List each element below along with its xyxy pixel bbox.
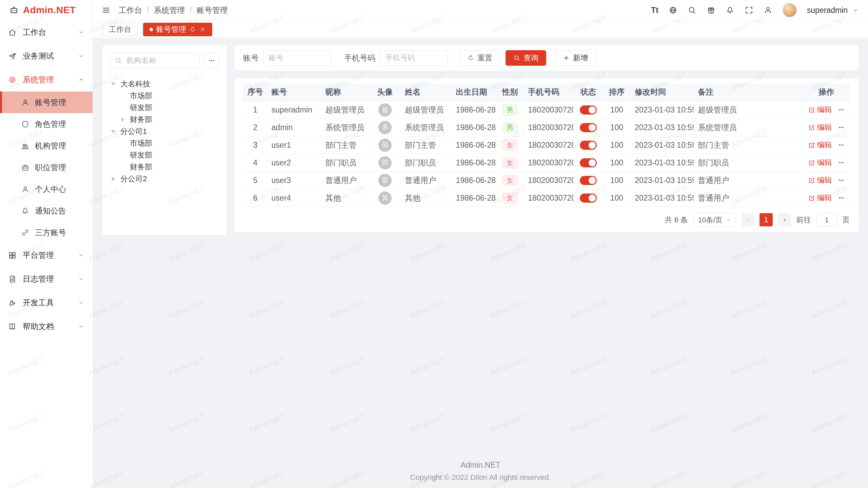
sidebar-subitem-2[interactable]: 机构管理	[0, 135, 93, 157]
table-row: 3user1部门主管部部门主管1986-06-28女18020030720100…	[243, 136, 850, 154]
edit-button[interactable]: 编辑	[808, 158, 832, 168]
cell-phone: 18020030720	[524, 171, 574, 189]
language-icon[interactable]	[669, 6, 677, 15]
sidebar-item-4[interactable]: 日志管理	[0, 267, 93, 291]
breadcrumb-item[interactable]: 工作台	[119, 5, 142, 16]
gift-icon[interactable]	[707, 6, 715, 15]
cell-name: 部门主管	[401, 136, 452, 154]
app-logo[interactable]: Admin.NET	[0, 0, 93, 20]
notification-bell-icon[interactable]	[726, 6, 734, 15]
chevron-down-icon	[78, 276, 84, 282]
reset-button[interactable]: 重置	[459, 50, 500, 66]
cell-remark: 普通用户	[694, 189, 803, 207]
org-search-input[interactable]	[110, 53, 200, 68]
tree-caret-icon[interactable]	[120, 117, 130, 122]
cell-account: admin	[268, 119, 321, 136]
tab-label: 账号管理	[156, 24, 186, 35]
fullscreen-icon[interactable]	[745, 6, 753, 15]
status-toggle[interactable]	[580, 158, 597, 167]
status-toggle[interactable]	[580, 123, 597, 132]
tree-more-button[interactable]	[204, 53, 219, 68]
status-toggle[interactable]	[580, 176, 597, 185]
tree-node[interactable]: 市场部	[110, 90, 219, 102]
edit-button[interactable]: 编辑	[808, 105, 832, 115]
cell-gender: 女	[496, 189, 524, 207]
sidebar-subitem-5[interactable]: 通知公告	[0, 200, 93, 222]
phone-input[interactable]	[380, 50, 448, 66]
sidebar-item-5[interactable]: 开发工具	[0, 291, 93, 314]
tree-node[interactable]: 研发部	[110, 102, 219, 114]
sidebar-subitem-1[interactable]: 角色管理	[0, 113, 93, 135]
tree-caret-icon[interactable]	[111, 177, 120, 181]
sidebar-item-6[interactable]: 帮助文档	[0, 314, 93, 338]
status-toggle[interactable]	[580, 105, 597, 115]
online-user-icon[interactable]	[764, 6, 772, 15]
tree-node[interactable]: 市场部	[110, 137, 219, 149]
username-label[interactable]: superadmin	[807, 6, 848, 15]
tree-node[interactable]: 大名科技	[110, 78, 219, 90]
query-button-label: 查询	[524, 53, 538, 63]
chevron-right-icon	[782, 217, 788, 223]
sidebar-subitem-0[interactable]: 账号管理	[0, 92, 93, 113]
tree-caret-icon[interactable]	[111, 127, 120, 136]
cell-nickname: 部门主管	[321, 136, 369, 154]
next-page-button[interactable]	[778, 213, 791, 226]
tree-node[interactable]: 分公司1	[110, 125, 219, 137]
sidebar-subitem-6[interactable]: 三方账号	[0, 222, 93, 243]
tab-refresh-icon[interactable]	[190, 26, 196, 33]
status-toggle[interactable]	[580, 141, 597, 150]
chevron-down-icon[interactable]	[852, 7, 859, 13]
font-size-icon[interactable]: Tt	[651, 6, 658, 15]
tab-close-icon[interactable]	[199, 26, 206, 33]
sidebar-item-2[interactable]: 系统管理	[0, 68, 93, 92]
sidebar-item-3[interactable]: 平台管理	[0, 243, 93, 267]
more-icon	[837, 177, 845, 184]
page-size-select[interactable]: 10条/页	[693, 213, 736, 227]
status-toggle[interactable]	[580, 194, 597, 203]
org-tree: 大名科技市场部研发部财务部分公司1市场部研发部财务部分公司2	[110, 78, 219, 185]
gender-tag: 女	[502, 192, 517, 204]
account-input[interactable]	[263, 50, 331, 66]
sidebar-item-0[interactable]: 工作台	[0, 20, 93, 44]
search-icon[interactable]	[688, 6, 696, 15]
row-more-button[interactable]	[837, 194, 845, 202]
page-footer: Admin.NET Copyright © 2022 Dilon All rig…	[93, 456, 868, 488]
page-number-button[interactable]: 1	[760, 213, 773, 226]
row-more-button[interactable]	[837, 106, 845, 114]
bell-icon	[21, 207, 29, 215]
sidebar-subitem-4[interactable]: 个人中心	[0, 178, 93, 200]
row-more-button[interactable]	[837, 124, 845, 131]
page-size-value: 10条/页	[698, 215, 722, 225]
prev-page-button[interactable]	[741, 213, 754, 226]
tree-node[interactable]: 财务部	[110, 161, 219, 173]
tree-node[interactable]: 分公司2	[110, 173, 219, 185]
tab-active[interactable]: 账号管理	[143, 23, 212, 36]
hamburger-menu-icon[interactable]	[102, 6, 111, 15]
tree-node[interactable]: 研发部	[110, 149, 219, 161]
add-button[interactable]: 新增	[555, 50, 596, 66]
row-more-button[interactable]	[837, 177, 845, 184]
plus-icon	[563, 55, 570, 61]
edit-button[interactable]: 编辑	[808, 122, 832, 133]
cell-status	[574, 136, 603, 154]
edit-button[interactable]: 编辑	[808, 175, 832, 185]
edit-button[interactable]: 编辑	[808, 140, 832, 150]
sidebar-subitem-3[interactable]: 职位管理	[0, 157, 93, 178]
cell-actions: 编辑	[803, 154, 850, 171]
breadcrumb-item[interactable]: 系统管理	[154, 5, 185, 16]
row-more-button[interactable]	[837, 159, 845, 166]
table-row: 5user3普通用户普普通用户1986-06-28女18020030720100…	[243, 171, 850, 189]
home-icon	[8, 28, 17, 37]
tab-item[interactable]: 工作台	[102, 23, 138, 36]
row-more-button[interactable]	[837, 141, 845, 149]
sidebar-item-label: 开发工具	[23, 298, 72, 308]
user-avatar[interactable]	[783, 3, 797, 17]
tree-node[interactable]: 财务部	[110, 114, 219, 125]
sidebar-item-1[interactable]: 业务测试	[0, 44, 93, 68]
goto-page-input[interactable]	[816, 213, 837, 226]
column-header: 性别	[496, 83, 524, 101]
tree-caret-icon[interactable]	[111, 80, 120, 88]
query-button[interactable]: 查询	[506, 50, 546, 66]
edit-button[interactable]: 编辑	[808, 193, 832, 203]
toggle-knob	[589, 124, 596, 131]
